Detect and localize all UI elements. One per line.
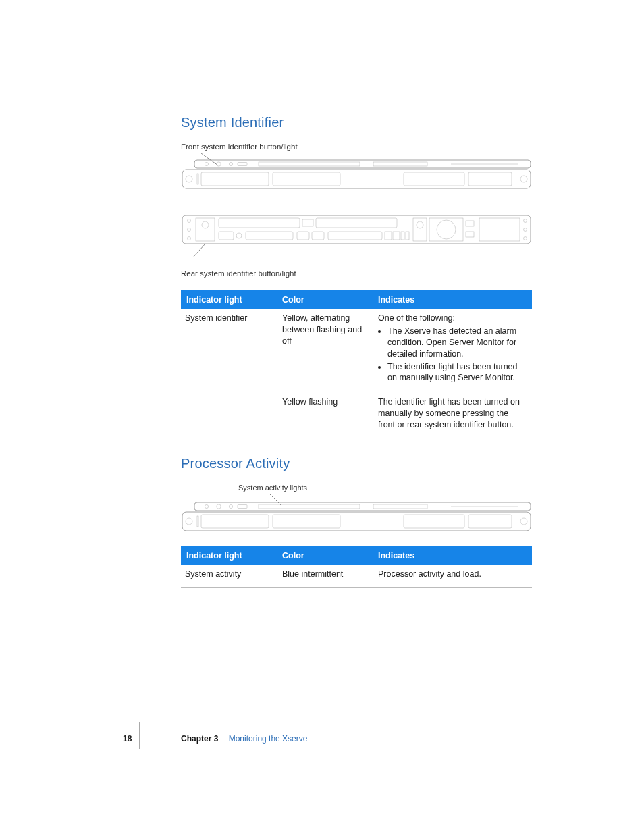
table-processor-activity: Indicator light Color Indicates System a… [181, 546, 532, 588]
table-header: Indicates [373, 290, 532, 309]
svg-point-10 [186, 176, 192, 182]
svg-point-20 [188, 237, 191, 240]
svg-rect-17 [182, 215, 531, 244]
svg-point-49 [205, 504, 208, 508]
cell-color: Yellow flashing [277, 392, 373, 438]
table-header: Indicator light [181, 290, 277, 309]
chapter-label: Chapter 3 [181, 734, 218, 744]
svg-rect-6 [259, 162, 360, 166]
diagram-front-panel [181, 153, 532, 194]
svg-rect-15 [404, 172, 464, 186]
svg-rect-13 [201, 172, 269, 186]
caption-rear-identifier: Rear system identifier button/light [181, 269, 533, 278]
svg-rect-29 [297, 232, 309, 240]
svg-point-22 [202, 221, 209, 228]
svg-rect-31 [328, 232, 382, 240]
svg-rect-23 [219, 218, 300, 228]
svg-rect-42 [479, 218, 520, 241]
table-header: Color [277, 290, 373, 309]
svg-point-18 [188, 219, 191, 223]
svg-rect-60 [201, 515, 269, 528]
table-header: Indicator light [181, 546, 277, 565]
svg-point-43 [524, 219, 527, 223]
heading-processor-activity: Processor Activity [181, 456, 533, 471]
svg-rect-35 [406, 232, 409, 240]
table-header: Indicates [373, 546, 532, 565]
svg-point-2 [205, 162, 208, 165]
svg-rect-40 [466, 221, 474, 226]
caption-front-identifier: Front system identifier button/light [181, 142, 533, 151]
svg-point-57 [186, 518, 192, 525]
svg-rect-38 [429, 218, 463, 241]
svg-point-44 [524, 228, 527, 232]
diagram-front-panel-activity: System activity lights [181, 484, 532, 536]
svg-rect-7 [373, 162, 427, 166]
svg-rect-30 [312, 232, 324, 240]
heading-system-identifier: System Identifier [181, 115, 533, 130]
svg-rect-53 [259, 504, 360, 509]
svg-point-4 [229, 162, 232, 165]
cell-light [181, 392, 277, 438]
table-row: Yellow flashing The identifier light has… [181, 392, 532, 438]
svg-point-19 [188, 228, 191, 232]
svg-rect-34 [401, 232, 404, 240]
table-row: System activity Blue intermittent Proces… [181, 565, 532, 587]
cell-color: Blue intermittent [277, 565, 373, 587]
svg-rect-16 [468, 172, 512, 186]
cell-light: System identifier [181, 309, 277, 392]
svg-rect-63 [468, 515, 512, 528]
table-system-identifier: Indicator light Color Indicates System i… [181, 290, 532, 438]
svg-point-45 [524, 237, 527, 240]
indicates-bullets: The Xserve has detected an alarm conditi… [378, 325, 527, 384]
cell-light: System activity [181, 565, 277, 587]
table-header: Color [277, 546, 373, 565]
page-footer: 18 Chapter 3 Monitoring the Xserve [0, 737, 644, 753]
svg-rect-41 [466, 232, 474, 237]
svg-point-27 [236, 233, 242, 238]
svg-rect-12 [197, 174, 198, 184]
svg-rect-32 [385, 232, 392, 240]
svg-rect-14 [273, 172, 340, 186]
diagram-rear-panel [181, 213, 532, 260]
svg-rect-25 [302, 219, 313, 226]
cell-color: Yellow, alternating between flashing and… [277, 309, 373, 392]
page: System Identifier Front system identifie… [0, 0, 644, 834]
page-number: 18 [123, 734, 132, 744]
svg-rect-52 [238, 504, 247, 508]
svg-point-58 [520, 518, 527, 525]
svg-rect-28 [246, 232, 293, 240]
chapter-title: Monitoring the Xserve [229, 734, 308, 744]
svg-rect-54 [373, 504, 427, 509]
indicates-lead: One of the following: [378, 313, 455, 323]
svg-point-50 [217, 504, 221, 509]
table-row: System identifier Yellow, alternating be… [181, 309, 532, 392]
svg-rect-59 [197, 516, 198, 527]
svg-line-0 [201, 153, 218, 165]
svg-rect-5 [238, 163, 247, 166]
svg-point-11 [520, 176, 527, 182]
svg-point-39 [437, 220, 456, 239]
svg-rect-33 [393, 232, 400, 240]
svg-line-46 [193, 244, 205, 257]
cell-indicates: Processor activity and load. [373, 565, 532, 587]
caption-activity-lights: System activity lights [238, 484, 308, 492]
svg-rect-24 [316, 218, 397, 228]
svg-point-37 [417, 221, 423, 228]
svg-point-3 [217, 162, 221, 166]
svg-rect-26 [219, 232, 234, 240]
svg-point-51 [229, 504, 232, 508]
svg-rect-61 [273, 515, 340, 528]
svg-rect-62 [404, 515, 464, 528]
list-item: The Xserve has detected an alarm conditi… [387, 325, 527, 360]
cell-indicates: The identifier light has been turned on … [373, 392, 532, 438]
cell-indicates: One of the following: The Xserve has det… [373, 309, 532, 392]
list-item: The identifier light has been turned on … [387, 361, 527, 384]
